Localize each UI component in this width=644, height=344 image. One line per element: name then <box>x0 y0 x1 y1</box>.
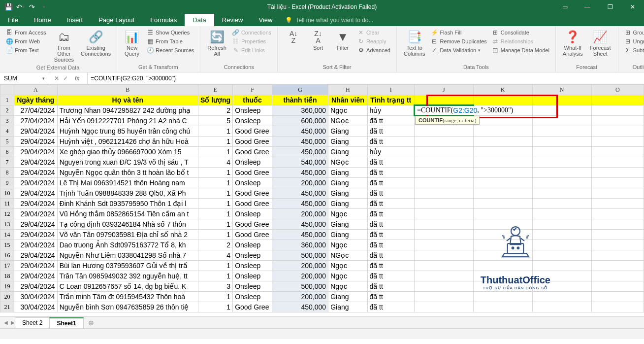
cell[interactable] <box>415 219 474 230</box>
cell[interactable] <box>473 240 532 250</box>
cell[interactable]: Trần minh Tâm đt 0915945432 Thôn hoà <box>57 292 198 302</box>
cell[interactable]: 200,000 <box>272 271 328 281</box>
row-header[interactable]: 6 <box>0 147 14 157</box>
cell[interactable]: hủy <box>367 105 414 116</box>
manage-data-model-button[interactable]: ◫Manage Data Model <box>490 46 551 55</box>
col-header[interactable]: G <box>272 85 328 95</box>
cell[interactable]: Nguyễn Như Liêm 0338041298 Số nhà 7 <box>57 250 198 261</box>
cell[interactable]: đã tt <box>367 219 414 230</box>
cell[interactable]: 1 <box>198 209 232 219</box>
cell[interactable]: Nguyễn Ngọc quân thôn 3 tt hoàn lão bố t <box>57 168 198 178</box>
cell[interactable]: 200,000 <box>272 178 328 188</box>
row-header[interactable]: 3 <box>0 116 14 126</box>
cell[interactable]: 200,000 <box>272 209 328 219</box>
whatif-button[interactable]: ❓What-If Analysis <box>560 28 586 59</box>
edit-links-button[interactable]: ✎Edit Links <box>230 46 273 55</box>
col-header[interactable]: J <box>415 85 474 95</box>
row-header[interactable]: 8 <box>0 168 14 178</box>
cell[interactable]: đã tt <box>367 137 414 147</box>
row-header[interactable]: 19 <box>0 281 14 292</box>
minimize-button[interactable]: — <box>576 0 599 14</box>
cell[interactable] <box>415 250 474 261</box>
cell[interactable]: Onsleep <box>233 178 272 188</box>
cell[interactable]: 450,000 <box>272 302 328 312</box>
cell[interactable]: 29/04/2024 <box>14 157 58 168</box>
cell[interactable] <box>415 178 474 188</box>
cell[interactable] <box>415 302 474 312</box>
cell[interactable]: 360,000 <box>272 240 328 250</box>
col-header[interactable]: O <box>591 85 644 95</box>
sort-az-button[interactable]: A↓Z <box>282 28 305 46</box>
cell[interactable]: đã tt <box>367 281 414 292</box>
cell[interactable] <box>591 240 644 250</box>
cell[interactable]: 450,000 <box>272 219 328 230</box>
cell[interactable]: Giang <box>328 292 367 302</box>
row-header[interactable]: 13 <box>0 219 14 230</box>
cell[interactable] <box>591 219 644 230</box>
cell[interactable]: 29/04/2024 <box>14 126 58 137</box>
cell[interactable]: 29/04/2024 <box>14 188 58 199</box>
cell[interactable]: Good Gree <box>233 126 272 137</box>
cell[interactable] <box>591 188 644 199</box>
cell[interactable]: Huỳnh việt , 0962121426 chợ ân hữu Hoà <box>57 137 198 147</box>
cell[interactable]: Võ văn Tân 0979035981 Địa chỉ số nhà 2 <box>57 230 198 240</box>
cell[interactable]: 29/04/2024 <box>14 240 58 250</box>
cell[interactable]: Onsleep <box>233 271 272 281</box>
cell[interactable]: Onsleep <box>233 116 272 126</box>
advanced-button[interactable]: ⚙Advanced <box>355 46 392 55</box>
col-header[interactable]: K <box>473 85 532 95</box>
cell[interactable]: Onsleep <box>233 281 272 292</box>
cell[interactable]: Onsleep <box>233 157 272 168</box>
cell[interactable] <box>415 137 474 147</box>
cell[interactable] <box>591 199 644 209</box>
cell[interactable] <box>415 281 474 292</box>
from-access-button[interactable]: 🗄From Access <box>4 28 48 37</box>
cell[interactable] <box>591 147 644 157</box>
cell[interactable]: 1 <box>198 168 232 178</box>
cell[interactable] <box>415 240 474 250</box>
cell[interactable]: Good Gree <box>233 147 272 157</box>
cell[interactable]: 1 <box>198 137 232 147</box>
tab-formulas[interactable]: Formulas <box>142 14 185 26</box>
cell[interactable]: 200,000 <box>272 292 328 302</box>
cell[interactable]: đã tt <box>367 250 414 261</box>
cell[interactable] <box>532 261 591 271</box>
cell[interactable] <box>532 209 591 219</box>
cell[interactable] <box>415 157 474 168</box>
cell[interactable]: đã tt <box>367 178 414 188</box>
cell[interactable]: Good Gree <box>233 302 272 312</box>
row-header[interactable]: 11 <box>0 199 14 209</box>
cell[interactable]: Giang <box>328 178 367 188</box>
cell[interactable] <box>415 147 474 157</box>
cell[interactable]: đã tt <box>367 116 414 126</box>
col-header[interactable]: F <box>233 85 272 95</box>
cell[interactable]: 1 <box>198 292 232 302</box>
sheet-tab[interactable]: Sheet 2 <box>15 317 50 328</box>
cell[interactable]: NGọc <box>328 157 367 168</box>
refresh-all-button[interactable]: 🔄Refresh All <box>204 28 229 59</box>
cell[interactable]: Ngọc <box>328 281 367 292</box>
tab-page-layout[interactable]: Page Layout <box>91 14 142 26</box>
cell[interactable]: Đinh Khánh Sdt 0935795950 Thôn 1 đại l <box>57 199 198 209</box>
cell[interactable] <box>415 126 474 137</box>
cell[interactable] <box>415 230 474 240</box>
cell[interactable] <box>532 302 591 312</box>
cell[interactable]: đã tt <box>367 126 414 137</box>
cell[interactable]: 450,000 <box>272 168 328 178</box>
cell[interactable]: Nguyen trong xuan Đ/C 19/3 võ thị sáu , … <box>57 157 198 168</box>
cell[interactable] <box>473 126 532 137</box>
col-header[interactable]: H <box>328 85 367 95</box>
cell[interactable]: 29/04/2024 <box>14 271 58 281</box>
cell[interactable] <box>415 261 474 271</box>
filter-button[interactable]: ▼Filter <box>331 28 354 53</box>
cell[interactable] <box>473 178 532 188</box>
col-header[interactable]: A <box>14 85 58 95</box>
cell[interactable] <box>591 250 644 261</box>
row-header[interactable]: 15 <box>0 240 14 250</box>
cell[interactable]: 450,000 <box>272 199 328 209</box>
cell[interactable]: Giang <box>328 219 367 230</box>
row-header[interactable]: 21 <box>0 302 14 312</box>
cell[interactable] <box>532 188 591 199</box>
col-header[interactable]: B <box>57 85 198 95</box>
cell[interactable]: Giang <box>328 302 367 312</box>
